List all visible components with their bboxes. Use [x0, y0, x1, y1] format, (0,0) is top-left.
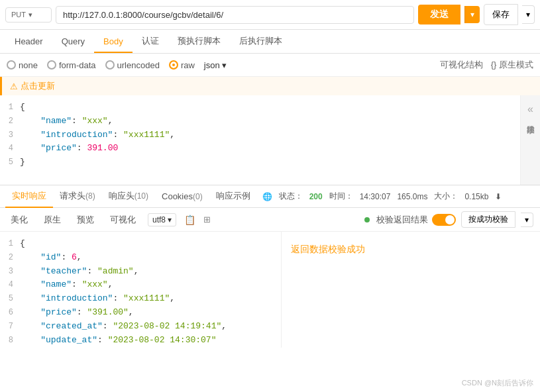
resp-line-9: 9 }	[0, 347, 281, 348]
copy-btn[interactable]: 📋	[184, 215, 195, 225]
radio-circle-raw	[169, 60, 178, 70]
radio-form-data[interactable]: form-data	[47, 60, 96, 70]
verify-success: 返回数据校验成功	[291, 244, 531, 256]
status-info: 🌐 状态： 200 时间： 14:30:07 165.0ms 大小： 0.15k…	[262, 191, 502, 202]
raw-btn[interactable]: 原生	[40, 213, 65, 227]
tab-query[interactable]: Query	[52, 31, 94, 53]
status-code: 200	[309, 192, 323, 201]
req-line-4: 4 "price": 391.00	[0, 142, 520, 156]
req-line-2: 2 "name": "xxx",	[0, 115, 520, 128]
right-resp-tools: 校验返回结果 按成功校验 ▾	[364, 211, 533, 228]
visualize-btn[interactable]: 可视化结构	[440, 59, 483, 71]
radio-circle-form-data	[47, 60, 56, 70]
resp-tab-req-headers[interactable]: 请求头(8)	[53, 185, 102, 208]
size-value: 0.15kb	[464, 192, 488, 201]
resp-line-4: 4 "name": "xxx",	[0, 278, 281, 292]
send-dropdown[interactable]: ▾	[464, 6, 480, 23]
resp-line-6: 6 "price": "391.00",	[0, 306, 281, 320]
response-json[interactable]: 1 { 2 "id": 6, 3 "teacher": "admin", 4	[0, 232, 282, 348]
tab-header[interactable]: Header	[5, 31, 52, 53]
watermark: CSDN @N刻后告诉你	[462, 378, 533, 388]
body-options: none form-data urlencoded raw json ▾ 可视化…	[0, 54, 540, 77]
time-value: 14:30:07	[360, 192, 391, 201]
size-label: 大小：	[434, 191, 458, 202]
preview-btn[interactable]: 预览	[73, 213, 98, 227]
method-select[interactable]: PUT ▾	[5, 7, 52, 23]
response-toolbar: 美化 原生 预览 可视化 utf8 ▾ 📋 ⊞ 校验返回结果 按成功校验 ▾	[0, 208, 540, 232]
expand-icon[interactable]: ⊞	[203, 215, 211, 224]
resp-tab-cookies[interactable]: Cookies(0)	[155, 187, 209, 207]
radio-group: none form-data urlencoded raw json ▾	[7, 60, 227, 70]
main-tabs: Header Query Body 认证 预执行脚本 后执行脚本	[0, 30, 540, 54]
save-button[interactable]: 保存	[484, 4, 518, 25]
tab-body[interactable]: Body	[94, 31, 133, 53]
code-editor[interactable]: 1 { 2 "name": "xxx", 3 "introduction": "…	[0, 95, 520, 185]
send-button[interactable]: 发送	[418, 5, 460, 24]
response-section: 实时响应 请求头(8) 响应头(10) Cookies(0) 响应示例 🌐 状态…	[0, 185, 540, 348]
resp-tab-realtime[interactable]: 实时响应	[5, 185, 53, 208]
encoding-chevron: ▾	[168, 215, 172, 224]
encoding-select[interactable]: utf8 ▾	[148, 213, 176, 226]
time-label: 时间：	[329, 191, 353, 202]
tab-post-script[interactable]: 后执行脚本	[230, 30, 292, 54]
resp-line-1: 1 {	[0, 237, 281, 251]
request-editor: 1 { 2 "name": "xxx", 3 "introduction": "…	[0, 95, 540, 185]
radio-raw[interactable]: raw	[169, 60, 195, 70]
req-line-5: 5 }	[0, 156, 520, 170]
verify-btn[interactable]: 按成功校验	[461, 211, 515, 228]
method-label: PUT	[11, 11, 26, 19]
beautify-btn[interactable]: 美化	[7, 213, 32, 227]
response-tabs: 实时响应 请求头(8) 响应头(10) Cookies(0) 响应示例 🌐 状态…	[0, 185, 540, 208]
radio-circle-none	[7, 60, 16, 70]
verify-label: 校验返回结果	[364, 214, 456, 226]
resp-line-3: 3 "teacher": "admin",	[0, 265, 281, 279]
side-panel[interactable]: « 字段描述	[520, 95, 540, 185]
tab-pre-script[interactable]: 预执行脚本	[168, 30, 230, 54]
json-select[interactable]: json ▾	[204, 60, 227, 70]
globe-icon: 🌐	[262, 192, 272, 201]
radio-none[interactable]: none	[7, 60, 38, 70]
url-input[interactable]	[56, 6, 414, 24]
raw-mode-btn[interactable]: {} 原生模式	[491, 59, 533, 71]
warning-icon: ⚠	[10, 81, 18, 91]
visual-btn[interactable]: 可视化	[106, 213, 140, 227]
resp-tab-example[interactable]: 响应示例	[209, 185, 257, 208]
resp-line-5: 5 "introduction": "xxx1111",	[0, 292, 281, 306]
resp-right-panel: 返回数据校验成功	[282, 232, 540, 348]
resp-line-2: 2 "id": 6,	[0, 251, 281, 265]
save-dropdown[interactable]: ▾	[522, 5, 535, 24]
radio-urlencoded[interactable]: urlencoded	[105, 60, 160, 70]
duration: 165.0ms	[397, 192, 427, 201]
right-options: 可视化结构 {} 原生模式	[440, 59, 533, 71]
method-chevron: ▾	[28, 11, 32, 19]
radio-circle-urlencoded	[105, 60, 115, 70]
resp-line-7: 7 "created_at": "2023-08-02 14:19:41",	[0, 320, 281, 334]
status-label: 状态：	[279, 191, 303, 202]
dot-green	[364, 217, 370, 222]
verify-toggle[interactable]	[432, 214, 456, 226]
resp-tab-resp-headers[interactable]: 响应头(10)	[102, 185, 155, 208]
resp-line-8: 8 "update_at": "2023-08-02 14:30:07"	[0, 334, 281, 348]
json-chevron: ▾	[222, 60, 227, 70]
download-icon[interactable]: ⬇	[495, 192, 502, 201]
top-bar: PUT ▾ 发送 ▾ 保存 ▾	[0, 0, 540, 30]
tab-auth[interactable]: 认证	[133, 30, 168, 54]
req-line-3: 3 "introduction": "xxx1111",	[0, 128, 520, 142]
req-line-1: 1 {	[0, 101, 520, 115]
side-chevron: «	[527, 102, 533, 117]
verify-dropdown[interactable]: ▾	[521, 213, 533, 227]
update-hint[interactable]: ⚠ 点击更新	[0, 77, 540, 95]
response-body: 1 { 2 "id": 6, 3 "teacher": "admin", 4	[0, 232, 540, 348]
